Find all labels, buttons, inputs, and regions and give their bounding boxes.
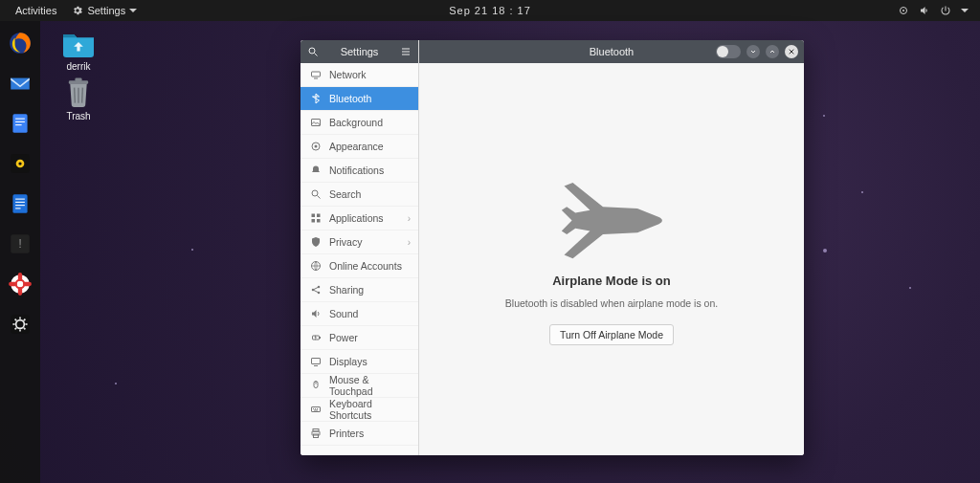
- firefox-icon: [8, 31, 33, 55]
- bluetooth-toggle[interactable]: [716, 45, 741, 58]
- svg-line-33: [82, 88, 83, 103]
- airplane-icon: [559, 174, 664, 260]
- window-minimize-button[interactable]: [746, 45, 760, 58]
- sidebar-item-privacy[interactable]: Privacy›: [301, 231, 418, 254]
- svg-rect-11: [15, 199, 25, 200]
- sidebar-item-network[interactable]: Network: [301, 63, 418, 87]
- sharing-icon: [310, 284, 322, 296]
- dock-item-software[interactable]: !: [4, 228, 36, 260]
- svg-line-28: [15, 328, 17, 330]
- window-close-button[interactable]: [785, 45, 798, 58]
- desktop-item-label: derrik: [50, 61, 107, 72]
- content-header: Bluetooth: [419, 40, 804, 63]
- sidebar-item-background[interactable]: Background: [301, 111, 418, 135]
- content-title: Bluetooth: [590, 46, 634, 57]
- close-icon: [788, 48, 795, 55]
- dock-item-help[interactable]: [4, 268, 36, 300]
- appmenu-button[interactable]: Settings: [64, 5, 145, 16]
- svg-rect-13: [15, 205, 25, 206]
- sidebar-item-notifications[interactable]: Notifications: [301, 159, 418, 183]
- sidebar-item-label: Network: [329, 69, 367, 80]
- mouse-touchpad-icon: [310, 380, 322, 391]
- sidebar-item-sharing[interactable]: Sharing: [301, 278, 418, 302]
- svg-point-41: [312, 190, 318, 196]
- settings-window: Settings NetworkBluetoothBackgroundAppea…: [301, 40, 804, 455]
- mail-icon: [8, 71, 33, 96]
- network-icon: [310, 69, 322, 80]
- sidebar-search-button[interactable]: [301, 46, 325, 57]
- music-icon: [8, 151, 33, 176]
- sidebar-item-label: Mouse & Touchpad: [329, 374, 409, 397]
- sidebar-item-label: Power: [329, 332, 358, 343]
- svg-text:!: !: [18, 236, 22, 251]
- dock-item-text-editor[interactable]: [4, 107, 36, 140]
- svg-rect-59: [315, 408, 316, 409]
- svg-rect-52: [320, 337, 321, 339]
- svg-line-26: [24, 328, 26, 330]
- dock-item-libreoffice[interactable]: [4, 187, 36, 220]
- svg-rect-6: [15, 124, 22, 125]
- printers-icon: [310, 428, 322, 439]
- sidebar-item-applications[interactable]: Applications›: [301, 207, 418, 231]
- sidebar-item-label: Appearance: [329, 141, 384, 152]
- sidebar-header: Settings: [301, 40, 418, 63]
- chevron-right-icon: ›: [408, 213, 411, 224]
- gear-icon: [8, 312, 33, 337]
- hamburger-menu-button[interactable]: [393, 46, 418, 57]
- dock-item-settings[interactable]: [4, 308, 36, 340]
- svg-rect-3: [12, 114, 27, 133]
- system-tray[interactable]: [898, 5, 972, 16]
- settings-category-list[interactable]: NetworkBluetoothBackgroundAppearanceNoti…: [301, 63, 418, 455]
- sidebar-item-bluetooth[interactable]: Bluetooth: [301, 87, 418, 111]
- sidebar-item-sound[interactable]: Sound: [301, 302, 418, 326]
- turn-off-airplane-mode-button[interactable]: Turn Off Airplane Mode: [549, 324, 674, 345]
- sidebar-item-keyboard-shortcuts[interactable]: Keyboard Shortcuts: [301, 398, 418, 422]
- svg-point-34: [309, 48, 315, 54]
- desktop-item-trash[interactable]: Trash: [50, 77, 107, 121]
- sidebar-item-online-accounts[interactable]: Online Accounts: [301, 254, 418, 278]
- clock-label[interactable]: Sep 21 18 : 17: [449, 5, 531, 16]
- sidebar-item-label: Background: [329, 117, 383, 128]
- bluetooth-icon: [310, 93, 322, 104]
- sidebar-item-appearance[interactable]: Appearance: [301, 135, 418, 159]
- svg-rect-36: [312, 72, 321, 77]
- window-maximize-button[interactable]: [766, 45, 779, 58]
- hamburger-icon: [400, 46, 412, 57]
- sidebar-item-label: Sound: [329, 308, 358, 319]
- sidebar-item-mouse-touchpad[interactable]: Mouse & Touchpad: [301, 374, 418, 398]
- trash-icon: [64, 77, 93, 107]
- dock-item-thunderbird[interactable]: [4, 67, 36, 99]
- svg-rect-5: [15, 121, 25, 122]
- sidebar-item-printers[interactable]: Printers: [301, 422, 418, 446]
- sidebar-item-label: Privacy: [329, 236, 362, 248]
- sidebar-item-displays[interactable]: Displays: [301, 350, 418, 374]
- sound-icon: [310, 308, 322, 319]
- sidebar-item-power[interactable]: Power: [301, 326, 418, 350]
- sidebar-item-label: Displays: [329, 356, 368, 367]
- gnome-topbar: Activities Settings Sep 21 18 : 17: [0, 0, 980, 21]
- svg-rect-10: [12, 194, 27, 213]
- chevron-right-icon: ›: [408, 237, 411, 248]
- svg-point-1: [902, 10, 904, 11]
- dock-item-firefox[interactable]: [4, 27, 36, 59]
- keyboard-shortcuts-icon: [310, 404, 322, 415]
- activities-button[interactable]: Activities: [8, 5, 64, 16]
- appearance-icon: [310, 141, 322, 152]
- sidebar-item-search[interactable]: Search: [301, 183, 418, 207]
- dock-item-rhythmbox[interactable]: [4, 147, 36, 180]
- search-icon: [310, 188, 322, 200]
- privacy-icon: [310, 236, 322, 248]
- chevron-down-icon: [961, 9, 969, 12]
- svg-rect-58: [313, 408, 314, 409]
- svg-line-42: [318, 196, 321, 199]
- sidebar-item-label: Online Accounts: [329, 260, 402, 272]
- svg-line-25: [15, 319, 17, 321]
- sidebar-item-label: Notifications: [329, 165, 384, 176]
- notifications-icon: [310, 165, 322, 176]
- content-body: Airplane Mode is on Bluetooth is disable…: [419, 63, 804, 455]
- sidebar-title: Settings: [325, 46, 393, 57]
- desktop-item-home[interactable]: derrik: [50, 27, 107, 72]
- settings-sidebar: Settings NetworkBluetoothBackgroundAppea…: [301, 40, 419, 455]
- svg-rect-45: [312, 219, 316, 223]
- svg-rect-14: [15, 208, 20, 209]
